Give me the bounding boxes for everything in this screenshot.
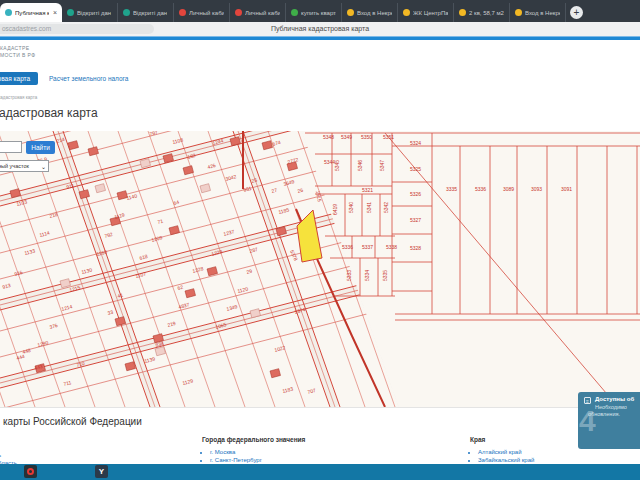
tab-favicon (235, 9, 242, 16)
parcel-label: 5327 (410, 217, 421, 223)
tab-favicon (403, 9, 410, 16)
notification-line2: обновления. (588, 411, 620, 417)
parcel-label: 5347 (379, 160, 385, 171)
parcel-label: 3091 (561, 186, 572, 192)
footer-link[interactable]: г. Санкт-Петербург (210, 456, 305, 464)
tab-label: купить кварти (301, 10, 336, 16)
browser-tab[interactable]: Личный каби (174, 3, 230, 22)
footer-link[interactable]: Алтайский край (478, 448, 534, 456)
tab-favicon (123, 9, 130, 16)
notification-badge: 4 (579, 404, 596, 438)
browser-tab[interactable]: Відкриті дан (62, 3, 118, 22)
browser-tab[interactable]: купить кварти (286, 3, 342, 22)
tab-label: Личный каби (245, 10, 280, 16)
tab-favicon (515, 9, 522, 16)
parcel-label: 5333 (346, 270, 352, 281)
footer-column-cities: Города федерального значенияг. Москваг. … (202, 436, 305, 464)
footer-column-heading: Края (470, 436, 534, 443)
tab-favicon (459, 9, 466, 16)
cadastral-map[interactable]: 2147971108124467418242627723042951364925… (0, 131, 640, 407)
logo-line-1: КАДАСТРЕ (0, 45, 35, 52)
tab-label: Відкриті дан (77, 10, 111, 16)
parcel-label: 5350 (361, 134, 372, 140)
parcel-label: 5336 (342, 244, 353, 250)
footer-link-fragment[interactable]: ь (0, 452, 1, 458)
browser-tab[interactable]: Вход в Некре (342, 3, 398, 22)
parcel-label: 3089 (503, 186, 514, 192)
tab-favicon (67, 9, 74, 16)
browser-tab[interactable]: Личный каби (230, 3, 286, 22)
footer-column-heading: Города федерального значения (202, 436, 305, 443)
browser-page-title: Публичная кадастровая карта (0, 24, 640, 34)
site-header: КАДАСТРЕ МОСТИ В РФ (0, 40, 640, 70)
parcel-label: 5345 (334, 160, 340, 171)
parcel-label: 5321 (362, 187, 373, 193)
parcel-label: 5351 (383, 134, 394, 140)
tab-label: Вход в Некре (357, 10, 392, 16)
notification-line1: Необходимо (595, 404, 627, 410)
changelog-icon: ≡ (584, 397, 591, 404)
tab-label: Публичная к (15, 10, 49, 16)
parcel-label: 3335 (446, 186, 457, 192)
tab-favicon (5, 9, 12, 16)
parcel-label: 6419 (332, 204, 338, 215)
tab-favicon (291, 9, 298, 16)
chevron-down-icon: ⌄ (41, 162, 46, 172)
update-notification[interactable]: 4 ≡ Доступны об Необходимо обновления. (578, 392, 640, 449)
browser-tab[interactable]: Публичная к× (0, 3, 62, 22)
object-type-select[interactable]: ный участок ⌄ (0, 160, 49, 172)
new-tab-button[interactable]: + (570, 6, 583, 19)
parcel-label: 5326 (410, 191, 421, 197)
tab-close-icon[interactable]: × (53, 9, 57, 16)
browser-address-row: oscadastres.com Публичная кадастровая ка… (0, 22, 640, 36)
site-logo: КАДАСТРЕ МОСТИ В РФ (0, 45, 35, 59)
parcel-label: 5337 (362, 244, 373, 250)
tab-favicon (179, 9, 186, 16)
tab-cadastral-map[interactable]: ровая карта (0, 72, 38, 85)
browser-tab[interactable]: 2 кв, 58,7 м2 (454, 3, 510, 22)
parcel-label: 5335 (382, 270, 388, 281)
tab-label: 2 кв, 58,7 м2 (469, 10, 504, 16)
parcel-label: 5338 (386, 244, 397, 250)
parcel-label: 5346 (357, 160, 363, 171)
tab-label: Вход в Некре (525, 10, 560, 16)
tab-label: Личный каби (189, 10, 224, 16)
tab-land-tax[interactable]: Расчет земельного налога (49, 72, 128, 85)
parcel-label: 5342 (383, 202, 389, 213)
search-input[interactable] (0, 141, 22, 153)
opera-icon[interactable] (24, 465, 37, 478)
page-title: адастровая карта (0, 106, 98, 120)
map-canvas[interactable]: 2147971108124467418242627723042951364925… (0, 131, 640, 407)
parcel-label: 5336 (475, 186, 486, 192)
site-nav: ровая карта Расчет земельного налога (0, 70, 640, 88)
footer-link[interactable]: г. Москва (210, 448, 305, 456)
tab-label: Відкриті дан (133, 10, 167, 16)
footer: карты Российской Федерации ь бласть Горо… (0, 407, 640, 465)
browser-tab-bar: Публичная к×Відкриті данВідкриті данЛичн… (0, 0, 640, 22)
yandex-icon[interactable]: ​Y (95, 465, 108, 478)
browser-tab[interactable]: ЖК ЦентрПар (398, 3, 454, 22)
parcel-label: 5324 (410, 140, 421, 146)
notification-title: Доступны об (595, 396, 634, 402)
parcel-label: 5341 (366, 202, 372, 213)
logo-line-2: МОСТИ В РФ (0, 52, 35, 59)
tab-label: ЖК ЦентрПар (413, 10, 448, 16)
object-type-value: ный участок (0, 163, 29, 169)
parcel-label: 5328 (410, 245, 421, 251)
search-button[interactable]: Найти (26, 141, 55, 154)
browser-tab[interactable]: Вход в Некре (510, 3, 566, 22)
parcel-label: 5325 (410, 166, 421, 172)
footer-heading: карты Российской Федерации (3, 416, 142, 427)
parcel-label: 5348 (323, 134, 334, 140)
taskbar: ​Y (0, 464, 640, 480)
parcel-label: 3093 (531, 186, 542, 192)
parcel-label: 5349 (341, 134, 352, 140)
tab-favicon (347, 9, 354, 16)
browser-tab[interactable]: Відкриті дан (118, 3, 174, 22)
parcel-label: 5340 (348, 202, 354, 213)
breadcrumb: ая кадастровая карта (0, 95, 37, 100)
footer-column-krai: КраяАлтайский крайЗабайкальский край (470, 436, 534, 464)
parcel-label: 5334 (364, 270, 370, 281)
footer-link[interactable]: Забайкальский край (478, 456, 534, 464)
